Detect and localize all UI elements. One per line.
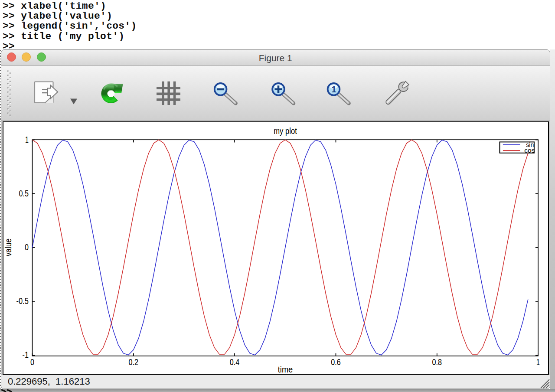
- svg-text:1: 1: [25, 134, 29, 144]
- svg-text:0.4: 0.4: [229, 357, 239, 366]
- svg-text:value: value: [3, 238, 13, 256]
- svg-text:1: 1: [331, 85, 336, 94]
- svg-text:-0.5: -0.5: [16, 296, 29, 306]
- svg-text:0: 0: [25, 242, 29, 252]
- svg-text:0: 0: [30, 357, 34, 366]
- svg-text:0.5: 0.5: [19, 188, 29, 198]
- svg-text:time: time: [278, 365, 293, 374]
- svg-text:-1: -1: [22, 350, 29, 359]
- svg-text:1: 1: [536, 357, 540, 366]
- svg-text:cos: cos: [524, 146, 535, 154]
- svg-text:0.8: 0.8: [432, 357, 442, 366]
- svg-text:0.2: 0.2: [128, 357, 138, 366]
- svg-text:0.6: 0.6: [331, 357, 341, 366]
- svg-text:my plot: my plot: [274, 126, 297, 136]
